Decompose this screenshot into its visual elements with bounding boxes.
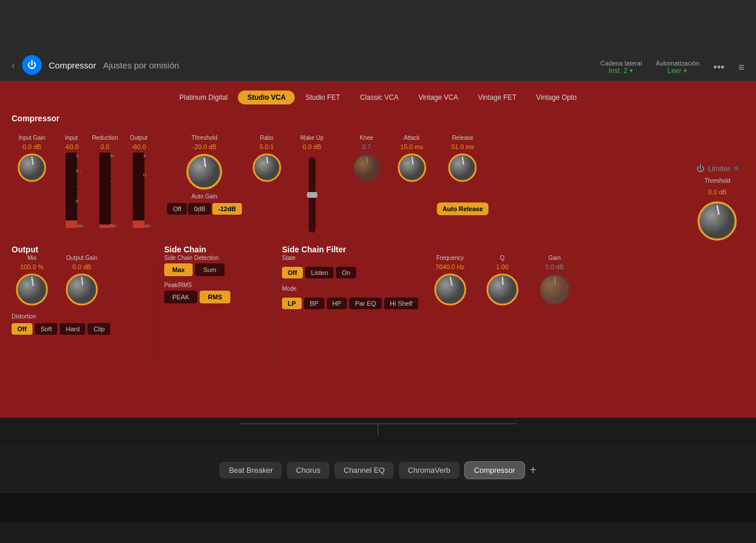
sidechain-controls: Side Chain Detection Max Sum Peak/RMS PE… [164, 255, 263, 303]
distortion-soft-btn[interactable]: Soft [35, 323, 58, 335]
scf-bp-btn[interactable]: BP [304, 298, 324, 309]
scf-off-btn[interactable]: Off [282, 267, 303, 278]
tab-compressor[interactable]: Compressor [464, 461, 525, 479]
scf-on-btn[interactable]: On [336, 267, 356, 278]
q-knob[interactable] [486, 273, 519, 306]
tab-studio-fet[interactable]: Studio FET [296, 91, 349, 104]
tab-channel-eq[interactable]: Channel EQ [334, 462, 394, 479]
limiter-power-icon[interactable]: ⏻ [696, 164, 704, 173]
tab-chorus[interactable]: Chorus [287, 462, 330, 479]
output-gain-label: Output Gain [66, 255, 97, 261]
distortion-clip-btn[interactable]: Clip [88, 323, 110, 335]
limiter-threshold-knob[interactable] [696, 200, 738, 242]
scfilter-section: Side Chain Filter State Off Listen On Mo… [282, 244, 744, 366]
threshold-knob[interactable] [185, 153, 223, 191]
frequency-knob[interactable] [433, 273, 467, 306]
output-gain-value: 0.0 dB [73, 263, 91, 270]
input-gain-label: Input Gain [19, 135, 45, 141]
scf-gain-label: Gain [548, 255, 560, 261]
distortion-label: Distortion [12, 313, 145, 320]
back-button[interactable]: ‹ [12, 59, 15, 71]
auto-gain-label: Auto Gain [191, 193, 217, 200]
limiter-header: ⏻ Limiter [696, 164, 739, 173]
distortion-hard-btn[interactable]: Hard [60, 323, 85, 335]
plugin-name: Compressor [49, 60, 96, 70]
scfilter-controls: State Off Listen On Mode LP BP HP [282, 255, 744, 309]
scf-mode-label: Mode [282, 285, 418, 292]
scf-lp-btn[interactable]: LP [282, 298, 302, 309]
automation-control[interactable]: Automatización Leer ▼ [656, 60, 699, 75]
input-gain-group: Input Gain 0.0 dB [12, 135, 52, 183]
power-icon: ⏻ [27, 60, 37, 70]
power-button[interactable]: ⏻ [22, 55, 42, 75]
release-value: 51.0 ms [451, 143, 474, 150]
scf-gain-group: Gain 0.0 dB [534, 255, 575, 306]
sc-detection-label: Side Chain Detection [164, 255, 263, 261]
svg-line-7 [367, 157, 367, 163]
limiter-indicator [734, 166, 739, 171]
sc-rms-btn[interactable]: RMS [200, 291, 230, 303]
tab-vintage-fet[interactable]: Vintage FET [469, 91, 526, 104]
scf-hishelf-btn[interactable]: Hi Shelf [384, 298, 418, 309]
makeup-group: Make Up 0.0 dB [292, 135, 332, 233]
mix-knob[interactable] [15, 273, 49, 306]
input-vu-label: Input [65, 135, 78, 141]
scf-state-buttons: Off Listen On [282, 267, 418, 278]
output-gain-knob[interactable] [65, 273, 99, 306]
sidechain-control[interactable]: Cadena lateral Inst. 2 ▼ [601, 60, 642, 75]
ratio-group: Ratio 5.0:1 [247, 135, 287, 183]
scf-gain-knob[interactable] [538, 273, 571, 306]
release-knob[interactable] [447, 153, 478, 183]
svg-line-23 [555, 277, 555, 284]
sc-max-btn[interactable]: Max [164, 263, 193, 276]
top-bar: ‹ ⏻ Compressor Ajustes por omisión Caden… [0, 0, 756, 81]
reduction-vu-group: Reduction 0.0 0 - - 50 - [91, 135, 120, 228]
output-vu-value: -60.0 [131, 143, 146, 150]
ratio-knob[interactable] [252, 153, 282, 183]
automation-label: Automatización [656, 60, 699, 67]
auto-gain-0db-btn[interactable]: 0dB [188, 203, 211, 215]
threshold-group: Threshold -20.0 dB Auto Gain Off 0dB -12… [167, 135, 242, 215]
knee-knob[interactable] [352, 153, 382, 183]
q-value: 1.00 [496, 263, 508, 270]
tab-platinum-digital[interactable]: Platinum Digital [170, 91, 237, 104]
attack-knob[interactable] [397, 153, 427, 183]
sidechain-label: Cadena lateral [601, 60, 642, 67]
section-divider-1 [154, 262, 155, 366]
sc-sum-btn[interactable]: Sum [195, 263, 225, 276]
input-gain-knob[interactable] [17, 153, 47, 183]
makeup-label: Make Up [301, 135, 324, 141]
sc-detection-buttons: Max Sum [164, 263, 263, 276]
distortion-off-btn[interactable]: Off [12, 323, 32, 335]
auto-gain-off-btn[interactable]: Off [167, 203, 187, 215]
tab-vintage-opto[interactable]: Vintage Opto [527, 91, 586, 104]
auto-release-button[interactable]: Auto Release [437, 202, 489, 215]
tab-studio-vca[interactable]: Studio VCA [238, 91, 295, 104]
scf-state-label: State [282, 255, 418, 261]
scf-listen-btn[interactable]: Listen [305, 267, 334, 278]
svg-line-5 [267, 157, 267, 163]
scf-mode-group: Mode LP BP HP Par EQ Hi Shelf [282, 285, 418, 309]
input-vu-group: Input -60.0 3 0 - - 6 -60 - [57, 135, 86, 228]
input-vu-value: -60.0 [64, 143, 78, 150]
sc-peakrms: Peak/RMS PEAK RMS [164, 282, 263, 303]
auto-gain-12db-btn[interactable]: -12dB [212, 203, 242, 215]
sc-peak-btn[interactable]: PEAK [164, 291, 197, 303]
makeup-slider[interactable] [309, 157, 316, 233]
knee-value: 0.7 [362, 143, 371, 150]
ratio-value: 5.0:1 [259, 143, 273, 150]
knee-label: Knee [360, 135, 373, 141]
add-plugin-button[interactable]: + [530, 464, 537, 477]
scf-hp-btn[interactable]: HP [327, 298, 347, 309]
menu-button[interactable]: ≡ [738, 61, 744, 74]
scf-pareq-btn[interactable]: Par EQ [349, 298, 382, 309]
tab-classic-vca[interactable]: Classic VCA [350, 91, 408, 104]
tab-chromaverb[interactable]: ChromaVerb [399, 462, 460, 479]
tab-beat-breaker[interactable]: Beat Breaker [219, 462, 282, 479]
release-group: Release 51.0 ms Auto Release [437, 135, 489, 215]
tab-vintage-vca[interactable]: Vintage VCA [409, 91, 468, 104]
ratio-label: Ratio [260, 135, 273, 141]
more-options-button[interactable]: ••• [714, 61, 725, 74]
compressor-section: Input Gain 0.0 dB Input -60.0 3 0 - - 6 … [12, 135, 744, 233]
q-group: Q 1.00 [482, 255, 523, 306]
